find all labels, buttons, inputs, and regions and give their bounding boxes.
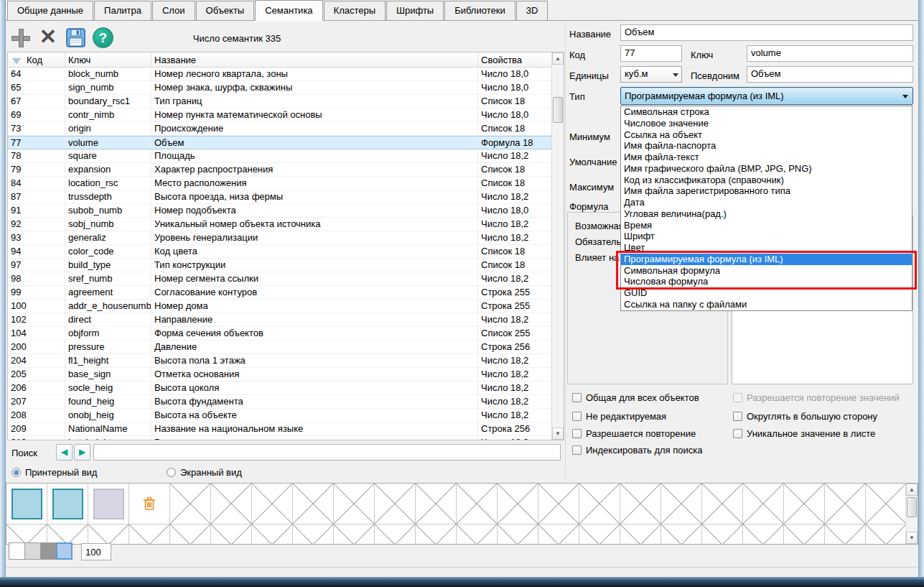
radio-icon[interactable]	[11, 468, 21, 477]
palette-empty-cell[interactable]	[620, 484, 661, 524]
table-row[interactable]: 204fl1_heightВысота пола 1 этажаЧисло 18…	[8, 354, 551, 368]
save-icon[interactable]	[66, 28, 85, 47]
column-header-Код[interactable]: Код	[8, 52, 65, 67]
palette-empty-cell[interactable]	[211, 484, 252, 524]
palette-empty-cell[interactable]	[457, 524, 498, 544]
tab-3D[interactable]: 3D	[516, 1, 549, 20]
palette-empty-cell[interactable]	[293, 524, 334, 544]
scroll-up-icon[interactable]	[906, 484, 918, 496]
bg-white-button[interactable]	[9, 542, 25, 560]
table-row[interactable]: 210hatcheightВысотаЧисло 18,2	[8, 436, 551, 440]
palette-empty-cell[interactable]	[293, 484, 334, 524]
tab-Слои[interactable]: Слои	[152, 1, 195, 20]
palette-empty-cell[interactable]	[129, 524, 170, 544]
palette-empty-cell[interactable]	[334, 524, 375, 544]
alias-field[interactable]: Объем	[747, 66, 913, 83]
checkbox[interactable]	[572, 393, 582, 402]
table-row[interactable]: 77volumeОбъемФормула 18	[8, 136, 551, 149]
table-row[interactable]: 78squareПлощадьЧисло 18,2	[8, 149, 551, 163]
palette-empty-cell[interactable]	[498, 484, 538, 524]
tab-Шрифты[interactable]: Шрифты	[386, 1, 444, 20]
dropdown-option[interactable]: Дата	[621, 197, 912, 208]
palette-empty-cell[interactable]	[702, 524, 743, 544]
tab-Библиотеки[interactable]: Библиотеки	[444, 1, 515, 20]
palette-empty-cell[interactable]	[620, 524, 661, 544]
palette-empty-cell[interactable]	[170, 484, 211, 524]
table-row[interactable]: 205base_signОтметка основанияЧисло 18,2	[8, 368, 551, 382]
table-row[interactable]: 209NationalNameНазвание на национальном …	[8, 422, 551, 436]
table-row[interactable]: 102directНаправлениеЧисло 18,2	[8, 313, 551, 327]
palette-empty-cell[interactable]	[538, 484, 579, 524]
palette-scale-input[interactable]	[81, 543, 111, 560]
delete-semantic-button[interactable]	[37, 26, 59, 47]
tab-Объекты[interactable]: Объекты	[196, 1, 255, 20]
tab-Палитра[interactable]: Палитра	[94, 1, 151, 20]
dropdown-option[interactable]: Символьная строка	[621, 106, 912, 118]
palette-empty-cell[interactable]	[211, 524, 252, 544]
palette-empty-cell[interactable]	[252, 524, 293, 544]
palette-empty-cell[interactable]	[702, 484, 743, 524]
table-row[interactable]: 208onobj_heigВысота на объектеЧисло 18,2	[8, 409, 551, 422]
table-row[interactable]: 73originПроисхождениеСписок 18	[8, 122, 551, 136]
table-header[interactable]: КодКлючНазваниеСвойства	[8, 52, 551, 68]
table-row[interactable]: 99agreementСогласование контуровСтрока 2…	[8, 286, 551, 300]
table-row[interactable]: 91subob_numbНомер подобъектаЧисло 18,0	[8, 204, 551, 218]
palette-swatch-cell[interactable]	[88, 484, 129, 524]
table-row[interactable]: 79expansionХарактер распространенияСписо…	[8, 163, 551, 177]
checkbox-row[interactable]: Разрешается повторение	[572, 427, 696, 439]
table-row[interactable]: 67boundary_rsc1Тип границСписок 18	[8, 95, 551, 108]
table-row[interactable]: 200pressureДавлениеСтрока 256	[8, 341, 551, 354]
checkbox-row[interactable]: Не редактируемая	[572, 410, 666, 422]
checkbox[interactable]	[733, 429, 742, 438]
help-icon[interactable]	[93, 27, 113, 48]
checkbox-row[interactable]: Округлять в большую сторону	[733, 410, 877, 422]
checkbox[interactable]	[733, 412, 742, 421]
table-row[interactable]: 104objformФорма сечения объектовСписок 2…	[8, 327, 551, 341]
dropdown-option[interactable]: Ссылка на папку с файлами	[621, 299, 912, 310]
checkbox[interactable]	[572, 429, 582, 438]
checkbox-row[interactable]: Индексировать для поиска	[572, 444, 703, 456]
palette-empty-cell[interactable]	[416, 484, 457, 524]
sort-icon[interactable]	[12, 58, 21, 64]
search-prev-button[interactable]	[56, 444, 73, 461]
checkbox[interactable]	[572, 412, 582, 421]
dropdown-option[interactable]: Шрифт	[621, 231, 912, 242]
palette-empty-cell[interactable]	[579, 524, 620, 544]
radio-icon[interactable]	[167, 468, 176, 477]
table-row[interactable]: 65sign_numbНомер знака, шурфа, скважиныЧ…	[8, 81, 551, 95]
palette-empty-cell[interactable]	[743, 484, 784, 524]
search-next-button[interactable]	[74, 444, 90, 461]
bg-darkgray-button[interactable]	[40, 542, 57, 560]
palette-empty-cell[interactable]	[252, 484, 293, 524]
type-combobox[interactable]: Программируемая формула (из IML)	[620, 87, 913, 105]
palette-empty-cell[interactable]	[579, 484, 620, 524]
palette-empty-cell[interactable]	[498, 524, 538, 544]
palette-empty-cell[interactable]	[375, 524, 416, 544]
palette-empty-cell[interactable]	[825, 524, 866, 544]
dropdown-option[interactable]: Имя файла-паспорта	[621, 140, 912, 152]
table-row[interactable]: 207found_heigВысота фундаментаЧисло 18,2	[8, 395, 551, 409]
tab-Кластеры[interactable]: Кластеры	[324, 1, 386, 20]
scroll-down-icon[interactable]	[552, 427, 564, 440]
palette-scrollbar[interactable]	[905, 484, 918, 544]
palette-empty-cell[interactable]	[661, 484, 702, 524]
dropdown-option[interactable]: Код из классификатора (справочник)	[621, 175, 912, 186]
dropdown-option[interactable]: Имя файла зарегистрированного типа	[621, 185, 912, 197]
table-row[interactable]: 69contr_nimbНомер пункта математической …	[8, 108, 551, 122]
dropdown-option[interactable]: Имя графического файла (BMP, JPG, PNG)	[621, 163, 912, 175]
checkbox-row[interactable]: Общая для всех объектов	[572, 392, 699, 403]
bg-lightgray-button[interactable]	[24, 542, 41, 560]
search-input[interactable]	[93, 444, 561, 461]
palette-empty-cell[interactable]	[375, 484, 416, 524]
palette-empty-cell[interactable]	[866, 484, 905, 524]
table-row[interactable]: 97build_typeТип конструкцииСписок 18	[8, 259, 551, 272]
palette-trash-cell[interactable]	[129, 484, 170, 524]
scrollbar-thumb[interactable]	[553, 97, 563, 123]
column-header-Название[interactable]: Название	[151, 52, 478, 67]
palette-empty-cell[interactable]	[825, 484, 866, 524]
palette-empty-cell[interactable]	[334, 484, 375, 524]
table-row[interactable]: 100addr_e_housenumberНомер домаСтрока 25…	[8, 300, 551, 313]
tab-Общие данные[interactable]: Общие данные	[7, 1, 93, 20]
table-row[interactable]: 92sobj_numbУникальный номер объекта исто…	[8, 218, 551, 231]
screen-view-radio[interactable]: Экранный вид	[167, 467, 242, 478]
